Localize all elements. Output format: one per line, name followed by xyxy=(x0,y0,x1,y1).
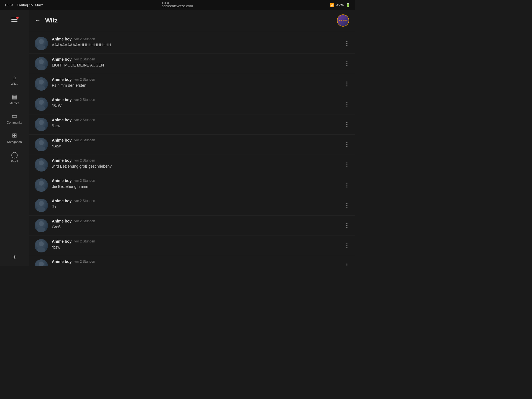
more-dot-3 xyxy=(346,126,347,127)
sidebar-item-memes[interactable]: ▦ Memes xyxy=(0,90,29,108)
comment-username: Anime boy xyxy=(52,118,72,122)
avatar xyxy=(35,98,48,111)
comment-more-button[interactable] xyxy=(345,242,349,250)
comment-header: Anime boy vor 2 Stunden xyxy=(52,118,349,122)
more-dot-3 xyxy=(346,146,347,147)
comment-text: *BzW xyxy=(52,103,349,109)
more-dot-2 xyxy=(346,144,347,145)
comment-item: Anime boy vor 2 Stunden LIGHT MODE MEINE… xyxy=(29,54,355,74)
comment-time: vor 2 Stunden xyxy=(75,199,95,203)
comment-header: Anime boy vor 2 Stunden xyxy=(52,57,349,62)
comment-more-button[interactable] xyxy=(345,181,349,189)
more-dot-2 xyxy=(346,63,347,64)
comment-header: Anime boy vor 2 Stunden xyxy=(52,77,349,82)
comment-content: Anime boy vor 2 Stunden LIGHT MODE MEINE… xyxy=(52,57,349,68)
comment-content: Anime boy vor 2 Stunden die Beziehung hm… xyxy=(52,178,349,190)
comment-more-button[interactable] xyxy=(345,201,349,209)
comment-more-button[interactable] xyxy=(345,140,349,149)
sidebar-item-witze[interactable]: ⌂ Witze xyxy=(0,71,29,88)
comment-more-button[interactable] xyxy=(345,100,349,108)
sidebar-label-kategorien: Kategorien xyxy=(7,140,22,144)
comment-username: Anime boy xyxy=(52,158,72,163)
comment-more-button[interactable] xyxy=(345,120,349,129)
status-url: schlechtewitze.com xyxy=(162,2,193,8)
sidebar-bottom: ☀ xyxy=(9,254,20,266)
comment-header: Anime boy vor 2 Stunden xyxy=(52,158,349,163)
comment-text: AAAAAAAAAAAHHHHHHHHHHH xyxy=(52,42,349,48)
status-time: 15:54 xyxy=(4,3,14,7)
avatar-image xyxy=(35,158,48,172)
more-dot-2 xyxy=(346,43,347,44)
comment-username: Anime boy xyxy=(52,219,72,223)
comment-username: Anime boy xyxy=(52,98,72,102)
comment-time: vor 2 Stunden xyxy=(75,37,95,41)
comment-more-button[interactable] xyxy=(345,39,349,48)
app-logo: LAN KING xyxy=(337,14,349,27)
comment-username: Anime boy xyxy=(52,57,72,62)
comment-header: Anime boy vor 2 Stunden xyxy=(52,37,349,41)
battery-level: 49% xyxy=(336,3,344,7)
avatar-image xyxy=(35,77,48,91)
theme-toggle-button[interactable]: ☀ xyxy=(9,251,20,263)
more-dot-1 xyxy=(346,81,347,83)
more-dot-3 xyxy=(346,65,347,66)
comment-more-button[interactable] xyxy=(345,221,349,230)
more-dot-1 xyxy=(346,203,347,204)
comments-list[interactable]: Anime boy vor 2 Stunden AAAAAAAAAAAHHHHH… xyxy=(29,31,355,266)
status-bar: 15:54 Freitag 15. März schlechtewitze.co… xyxy=(0,0,355,10)
comment-more-button[interactable] xyxy=(345,262,349,266)
comment-more-button[interactable] xyxy=(345,60,349,68)
comment-time: vor 2 Stunden xyxy=(75,138,95,142)
more-dot-1 xyxy=(346,41,347,42)
more-dot-3 xyxy=(346,166,347,167)
comment-text: *Bzw xyxy=(52,144,349,149)
comment-content: Anime boy vor 2 Stunden Ps nimm den erst… xyxy=(52,77,349,88)
avatar xyxy=(35,37,48,50)
avatar-image xyxy=(35,57,48,70)
comment-content: Anime boy vor 2 Stunden Ja xyxy=(52,199,349,210)
avatar-image xyxy=(35,98,48,111)
more-dot-2 xyxy=(346,83,347,85)
comment-time: vor 2 Stunden xyxy=(75,260,95,264)
comment-content: Anime boy vor 2 Stunden *bzw xyxy=(52,118,349,129)
content-area: ← Witz LAN KING Anime boy vor 2 Stunden … xyxy=(29,10,355,266)
avatar xyxy=(35,77,48,91)
avatar xyxy=(35,158,48,172)
sidebar-item-community[interactable]: ▭ Community xyxy=(0,110,29,127)
more-dot-1 xyxy=(346,142,347,143)
more-dot-1 xyxy=(346,102,347,103)
comment-header: Anime boy vor 2 Stunden xyxy=(52,199,349,203)
comment-more-button[interactable] xyxy=(345,80,349,88)
avatar-image xyxy=(35,37,48,50)
more-dot-3 xyxy=(346,207,347,208)
avatar xyxy=(35,239,48,252)
avatar-image xyxy=(35,259,48,266)
comment-username: Anime boy xyxy=(52,199,72,203)
comment-text: Groß xyxy=(52,224,349,230)
app-layout: ⌂ Witze ▦ Memes ▭ Community ⊞ Kategorien… xyxy=(0,10,355,266)
comment-time: vor 2 Stunden xyxy=(75,179,95,183)
avatar-image xyxy=(35,199,48,212)
more-dot-2 xyxy=(346,185,347,186)
sidebar-label-witze: Witze xyxy=(11,82,18,85)
comment-username: Anime boy xyxy=(52,37,72,41)
more-dot-3 xyxy=(346,186,347,188)
sidebar-item-kategorien[interactable]: ⊞ Kategorien xyxy=(0,129,29,146)
comment-text: Ps nimm den ersten xyxy=(52,83,349,88)
comment-username: Anime boy xyxy=(52,138,72,142)
hamburger-menu-button[interactable] xyxy=(9,16,20,24)
comment-item: Anime boy vor 2 Stunden *BzW xyxy=(29,94,355,114)
sidebar-item-profil[interactable]: ◯ Profil xyxy=(0,149,29,166)
avatar xyxy=(35,178,48,192)
comment-item: Anime boy vor 2 Stunden *Bzw xyxy=(29,256,355,266)
comment-content: Anime boy vor 2 Stunden *bzw xyxy=(52,239,349,250)
more-dot-1 xyxy=(346,243,347,244)
sidebar-header xyxy=(9,16,20,24)
comment-item: Anime boy vor 2 Stunden wird Beziehung g… xyxy=(29,155,355,175)
more-dot-3 xyxy=(346,227,347,228)
comment-item: Anime boy vor 2 Stunden Ps nimm den erst… xyxy=(29,74,355,94)
comment-content: Anime boy vor 2 Stunden *Bzw xyxy=(52,259,349,266)
comment-item: Anime boy vor 2 Stunden *bzw xyxy=(29,236,355,256)
back-button[interactable]: ← xyxy=(35,17,41,24)
comment-more-button[interactable] xyxy=(345,161,349,169)
